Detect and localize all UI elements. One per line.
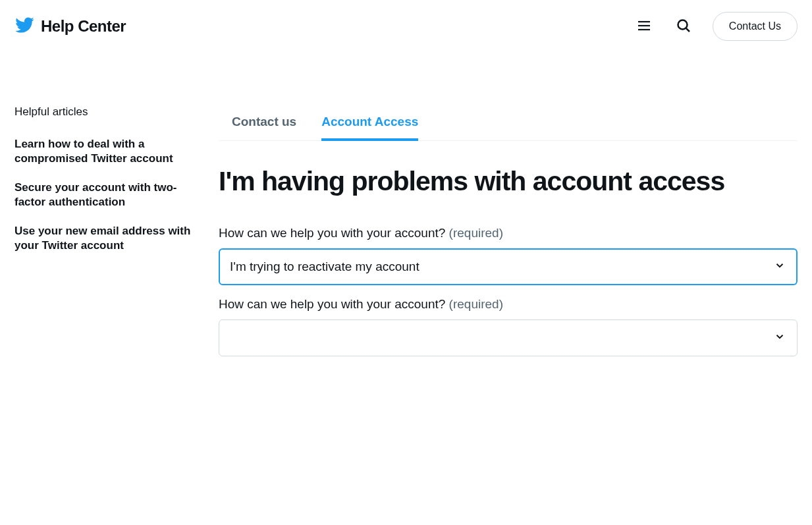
- select-wrap: [219, 319, 798, 356]
- hamburger-icon: [636, 18, 652, 36]
- sidebar-link[interactable]: Secure your account with two-factor auth…: [14, 180, 205, 209]
- sidebar-link[interactable]: Learn how to deal with a compromised Twi…: [14, 137, 205, 166]
- select-value: I'm trying to reactivate my account: [230, 260, 420, 274]
- sidebar-heading: Helpful articles: [14, 105, 205, 119]
- form-label-required: (required): [449, 226, 503, 240]
- form-label-required: (required): [449, 297, 503, 311]
- help-select-1[interactable]: I'm trying to reactivate my account: [219, 248, 798, 285]
- contact-us-button[interactable]: Contact Us: [713, 12, 798, 41]
- form-group: How can we help you with your account? (…: [219, 297, 798, 356]
- layout: Helpful articles Learn how to deal with …: [0, 105, 812, 368]
- header-right: Contact Us: [634, 12, 798, 41]
- menu-button[interactable]: [634, 15, 655, 38]
- sidebar: Helpful articles Learn how to deal with …: [14, 105, 205, 368]
- form-group: How can we help you with your account? (…: [219, 226, 798, 285]
- form-label-text: How can we help you with your account?: [219, 297, 445, 311]
- select-wrap: I'm trying to reactivate my account: [219, 248, 798, 285]
- twitter-logo-icon: [14, 15, 34, 38]
- page-title: I'm having problems with account access: [219, 166, 798, 197]
- help-select-2[interactable]: [219, 319, 798, 356]
- breadcrumb-account-access[interactable]: Account Access: [321, 105, 418, 141]
- form-label: How can we help you with your account? (…: [219, 226, 798, 240]
- sidebar-link[interactable]: Use your new email address with your Twi…: [14, 224, 205, 253]
- search-icon: [676, 18, 691, 36]
- svg-point-3: [678, 20, 687, 29]
- form-label: How can we help you with your account? (…: [219, 297, 798, 312]
- header: Help Center Contact Us: [0, 0, 812, 53]
- search-button[interactable]: [673, 15, 694, 38]
- header-left: Help Center: [14, 15, 126, 38]
- form-label-text: How can we help you with your account?: [219, 226, 445, 240]
- breadcrumb-contact-us[interactable]: Contact us: [232, 105, 296, 140]
- breadcrumb: Contact us Account Access: [219, 105, 798, 141]
- site-title-link[interactable]: Help Center: [41, 17, 126, 36]
- main: Contact us Account Access I'm having pro…: [219, 105, 798, 368]
- svg-line-4: [686, 28, 690, 31]
